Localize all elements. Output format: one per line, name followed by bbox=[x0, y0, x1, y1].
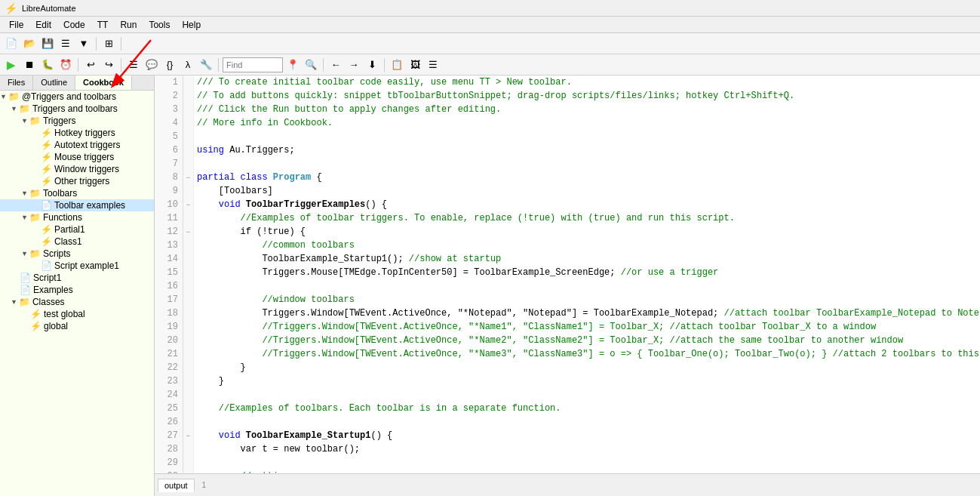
tb-find-zoom[interactable]: 🔍 bbox=[303, 57, 319, 73]
tb-stop[interactable]: ⏹ bbox=[21, 57, 38, 73]
line-number-17: 17 bbox=[159, 293, 178, 307]
tree-node-scripts[interactable]: ▼📁Scripts bbox=[0, 248, 154, 260]
tab-outline[interactable]: Outline bbox=[33, 75, 75, 90]
fold-marker-26 bbox=[183, 415, 193, 429]
fold-marker-27[interactable]: − bbox=[183, 429, 193, 442]
code-line-5 bbox=[194, 130, 980, 143]
tb-redo[interactable]: ↪ bbox=[100, 57, 117, 73]
find-input[interactable] bbox=[223, 57, 283, 72]
tree-node-global[interactable]: ⚡global bbox=[0, 320, 154, 332]
tb-image[interactable]: 🖼 bbox=[407, 57, 423, 73]
tb-save[interactable]: 💾 bbox=[39, 35, 56, 52]
tree-node-script1[interactable]: 📄Script1 bbox=[0, 272, 154, 284]
tree-node-functions[interactable]: ▼📁Functions bbox=[0, 211, 154, 223]
tb-new[interactable]: 📄 bbox=[3, 35, 20, 52]
menu-code[interactable]: Code bbox=[57, 18, 91, 32]
tab-files[interactable]: Files bbox=[0, 75, 33, 90]
line-number-18: 18 bbox=[159, 307, 178, 320]
code-line-12: if (!true) { bbox=[194, 225, 980, 239]
tb-list[interactable]: ☰ bbox=[57, 35, 74, 52]
line-number-24: 24 bbox=[159, 388, 178, 402]
tree-node-test-global[interactable]: ⚡test global bbox=[0, 308, 154, 320]
tree-node-script-example1[interactable]: 📄Script example1 bbox=[0, 260, 154, 272]
fold-marker-29 bbox=[183, 456, 193, 470]
code-segment: //Triggers.Window[TWEvent.ActiveOnce, "*… bbox=[197, 347, 827, 361]
fold-marker-5 bbox=[183, 130, 193, 143]
fold-marker-12[interactable]: − bbox=[183, 225, 193, 239]
code-segment: () { bbox=[365, 198, 387, 211]
tree-node-toolbar-examples[interactable]: 📄Toolbar examples bbox=[0, 199, 154, 211]
tree-node-toolbars[interactable]: ▼📁Toolbars bbox=[0, 187, 154, 199]
fold-marker-18 bbox=[183, 307, 193, 320]
tree-node-mouse[interactable]: ⚡Mouse triggers bbox=[0, 151, 154, 163]
tree-node-triggers[interactable]: ▼📁Triggers bbox=[0, 115, 154, 127]
code-lines[interactable]: /// To create initial toolbar code easil… bbox=[194, 75, 980, 473]
code-segment: [Toolbars] bbox=[197, 184, 273, 198]
tb-comment[interactable]: 💬 bbox=[143, 57, 160, 73]
tb-nav-down[interactable]: ⬇ bbox=[364, 57, 380, 73]
code-segment: ToolbarExample_Startup1 bbox=[246, 429, 371, 442]
code-segment: void bbox=[197, 429, 246, 442]
tree-node-autotext[interactable]: ⚡Autotext triggers bbox=[0, 139, 154, 151]
fold-marker-22 bbox=[183, 361, 193, 374]
tb-build[interactable]: 🔧 bbox=[198, 57, 214, 73]
tree-node-triggers-toolbars-sub[interactable]: ▼📁Triggers and toolbars bbox=[0, 103, 154, 115]
fold-marker-11 bbox=[183, 211, 193, 225]
line-number-3: 3 bbox=[159, 103, 178, 116]
line-number-25: 25 bbox=[159, 402, 178, 415]
line-number-28: 28 bbox=[159, 442, 178, 456]
code-line-4: // More info in Cookbook. bbox=[194, 116, 980, 130]
menu-help[interactable]: Help bbox=[176, 18, 207, 32]
code-segment: //attach 2 toolbars to this w bbox=[827, 347, 980, 361]
tree-node-triggers-toolbars[interactable]: ▼📁@Triggers and toolbars bbox=[0, 91, 154, 103]
menu-tools[interactable]: Tools bbox=[143, 18, 176, 32]
sidebar-tabs: Files Outline Cookbook bbox=[0, 75, 154, 91]
code-line-2: // To add buttons quickly: snippet tbToo… bbox=[194, 89, 980, 103]
tb-dropdown[interactable]: ▼ bbox=[75, 35, 92, 52]
tb-nav-fwd[interactable]: → bbox=[346, 57, 362, 73]
menu-run[interactable]: Run bbox=[114, 18, 143, 32]
tb-format1[interactable]: ☰ bbox=[125, 57, 142, 73]
code-line-22: } bbox=[194, 361, 980, 374]
line-number-1: 1 bbox=[159, 75, 178, 89]
line-number-12: 12 bbox=[159, 225, 178, 239]
code-segment: //Examples of toolbar triggers. To enabl… bbox=[197, 211, 735, 225]
tb-debug[interactable]: 🐛 bbox=[39, 57, 56, 73]
code-line-23: } bbox=[194, 374, 980, 388]
tab-cookbook[interactable]: Cookbook bbox=[75, 75, 132, 90]
fold-marker-1 bbox=[183, 75, 193, 89]
tb-open[interactable]: 📂 bbox=[21, 35, 38, 52]
tree-node-other[interactable]: ⚡Other triggers bbox=[0, 175, 154, 187]
code-line-13: //common toolbars bbox=[194, 239, 980, 252]
tb-more[interactable]: ☰ bbox=[425, 57, 441, 73]
tb-run[interactable]: ▶ bbox=[3, 57, 20, 73]
tree-node-hotkey[interactable]: ⚡Hotkey triggers bbox=[0, 127, 154, 139]
line-number-6: 6 bbox=[159, 143, 178, 157]
tree-node-window[interactable]: ⚡Window triggers bbox=[0, 163, 154, 175]
code-line-14: ToolbarExample_Startup1(); //show at sta… bbox=[194, 252, 980, 266]
fold-marker-8[interactable]: − bbox=[183, 171, 193, 184]
tree-node-class1[interactable]: ⚡Class1 bbox=[0, 236, 154, 248]
tree-node-examples[interactable]: 📄Examples bbox=[0, 284, 154, 296]
tb-grid[interactable]: ⊞ bbox=[100, 35, 117, 52]
tb-undo[interactable]: ↩ bbox=[82, 57, 99, 73]
tree-node-partial1[interactable]: ⚡Partial1 bbox=[0, 223, 154, 236]
menu-edit[interactable]: Edit bbox=[29, 18, 57, 32]
menu-tt[interactable]: TT bbox=[91, 18, 115, 32]
tb-timer[interactable]: ⏰ bbox=[57, 57, 74, 73]
menu-file[interactable]: File bbox=[3, 18, 29, 32]
output-tab[interactable]: output bbox=[158, 479, 195, 492]
line-number-19: 19 bbox=[159, 320, 178, 334]
tb-lambda[interactable]: λ bbox=[180, 57, 196, 73]
menubar: File Edit Code TT Run Tools Help bbox=[0, 17, 980, 33]
tb-nav-back[interactable]: ← bbox=[327, 57, 344, 73]
code-line-15: Triggers.Mouse[TMEdge.TopInCenter50] = T… bbox=[194, 266, 980, 279]
fold-marker-10[interactable]: − bbox=[183, 198, 193, 211]
tb-braces[interactable]: {} bbox=[161, 57, 178, 73]
tree-node-classes[interactable]: ▼📁Classes bbox=[0, 296, 154, 308]
line-number-23: 23 bbox=[159, 374, 178, 388]
line-number-9: 9 bbox=[159, 184, 178, 198]
tb-find-loc[interactable]: 📍 bbox=[284, 57, 301, 73]
tb-clipboard[interactable]: 📋 bbox=[389, 57, 405, 73]
code-segment: /// To create initial toolbar code easil… bbox=[197, 75, 572, 89]
